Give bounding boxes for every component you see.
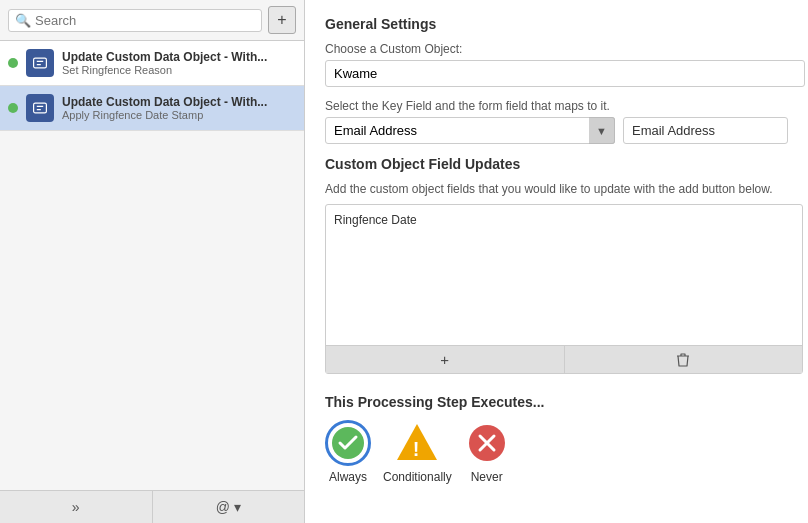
update-icon-1 <box>32 55 48 71</box>
custom-object-input[interactable] <box>325 60 805 87</box>
status-dot-1 <box>8 58 18 68</box>
update-icon-2 <box>32 100 48 116</box>
always-checkmark-icon <box>330 425 366 461</box>
key-field-row: Email Address ▼ Email Address <box>325 117 788 144</box>
fields-list-content: Ringfence Date <box>326 205 802 345</box>
conditionally-warning-icon: ! <box>394 420 440 466</box>
processing-options: Always ! Conditionally <box>325 420 788 484</box>
sidebar-item-2[interactable]: Update Custom Data Object - With... Appl… <box>0 86 304 131</box>
proc-option-never[interactable]: Never <box>464 420 510 484</box>
item-subtitle-1: Set Ringfence Reason <box>62 64 296 76</box>
main-panel: General Settings Choose a Custom Object:… <box>305 0 808 523</box>
sidebar-footer: » @ ▾ <box>0 490 304 523</box>
status-dot-2 <box>8 103 18 113</box>
fields-toolbar: + <box>326 345 802 373</box>
field-item-1: Ringfence Date <box>334 211 794 229</box>
item-text-2: Update Custom Data Object - With... Appl… <box>62 95 296 121</box>
sidebar-nav-right-button[interactable]: @ ▾ <box>153 491 305 523</box>
search-input[interactable] <box>35 13 255 28</box>
fields-list-box: Ringfence Date + <box>325 204 803 374</box>
search-icon: 🔍 <box>15 13 31 28</box>
sidebar-item-1[interactable]: Update Custom Data Object - With... Set … <box>0 41 304 86</box>
svg-rect-1 <box>34 103 47 113</box>
custom-fields-section: Custom Object Field Updates Add the cust… <box>325 156 788 374</box>
search-input-wrap[interactable]: 🔍 <box>8 9 262 32</box>
processing-section: This Processing Step Executes... Always <box>325 394 788 484</box>
key-field-static-value: Email Address <box>623 117 788 144</box>
item-title-1: Update Custom Data Object - With... <box>62 50 296 64</box>
sidebar-list: Update Custom Data Object - With... Set … <box>0 41 304 490</box>
custom-fields-title: Custom Object Field Updates <box>325 156 788 172</box>
svg-rect-0 <box>34 58 47 68</box>
sidebar: 🔍 + Update Custom Data Object - With... … <box>0 0 305 523</box>
key-field-label: Select the Key Field and the form field … <box>325 99 788 113</box>
always-button[interactable] <box>325 420 371 466</box>
proc-option-conditionally[interactable]: ! Conditionally <box>383 420 452 484</box>
key-field-select-wrap: Email Address ▼ <box>325 117 615 144</box>
trash-icon <box>676 352 690 368</box>
item-icon-2 <box>26 94 54 122</box>
choose-object-label: Choose a Custom Object: <box>325 42 788 56</box>
svg-text:!: ! <box>413 438 420 460</box>
proc-option-always[interactable]: Always <box>325 420 371 484</box>
sidebar-nav-left-button[interactable]: » <box>0 491 153 523</box>
remove-field-button[interactable] <box>565 346 803 373</box>
always-label: Always <box>329 470 367 484</box>
never-x-icon <box>467 423 507 463</box>
never-label: Never <box>471 470 503 484</box>
add-field-button[interactable]: + <box>326 346 565 373</box>
never-button[interactable] <box>464 420 510 466</box>
item-icon-1 <box>26 49 54 77</box>
custom-fields-desc: Add the custom object fields that you wo… <box>325 182 788 196</box>
key-field-select[interactable]: Email Address <box>325 117 615 144</box>
general-settings-title: General Settings <box>325 16 788 32</box>
item-subtitle-2: Apply Ringfence Date Stamp <box>62 109 296 121</box>
conditionally-button[interactable]: ! <box>394 420 440 466</box>
conditionally-label: Conditionally <box>383 470 452 484</box>
add-item-button[interactable]: + <box>268 6 296 34</box>
processing-title: This Processing Step Executes... <box>325 394 788 410</box>
item-text-1: Update Custom Data Object - With... Set … <box>62 50 296 76</box>
item-title-2: Update Custom Data Object - With... <box>62 95 296 109</box>
search-bar: 🔍 + <box>0 0 304 41</box>
